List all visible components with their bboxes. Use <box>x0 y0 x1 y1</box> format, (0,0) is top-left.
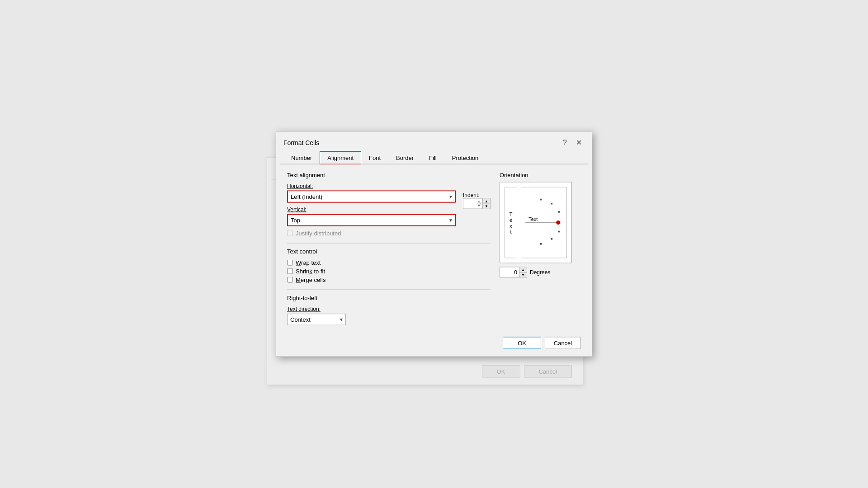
text-alignment-label: Text alignment <box>287 172 491 178</box>
bg-ok-button: OK <box>482 366 520 378</box>
rtl-label: Right-to-left <box>287 295 491 301</box>
svg-rect-3 <box>540 243 542 245</box>
shrink-fit-checkbox[interactable] <box>287 268 293 274</box>
wrap-text-row: Wrap text <box>287 259 491 266</box>
dialog-body: Text alignment Horizontal: Left (Indent)… <box>276 164 592 333</box>
justify-distributed-row: Justify distributed <box>287 230 456 237</box>
text-control-section: Text control Wrap text Shrink to fit Mer… <box>287 248 491 283</box>
title-bar: Format Cells ? ✕ <box>276 132 592 147</box>
svg-rect-0 <box>540 199 542 201</box>
tab-font[interactable]: Font <box>361 151 388 164</box>
horizontal-select-wrapper: Left (Indent) General Center Right (Inde… <box>287 191 456 203</box>
tab-fill[interactable]: Fill <box>421 151 444 164</box>
direction-select-wrapper: Context Left-to-Right Right-to-Left ▼ <box>287 314 346 325</box>
justify-distributed-checkbox <box>287 230 293 236</box>
orientation-dial[interactable]: Text <box>521 187 567 258</box>
indent-down-button[interactable]: ▼ <box>483 204 490 209</box>
indent-control: Indent: ▲ ▼ <box>463 183 491 237</box>
vertical-label: Vertical: <box>287 206 456 213</box>
merge-cells-checkbox[interactable] <box>287 277 293 283</box>
horizontal-label: Horizontal: <box>287 183 456 189</box>
justify-distributed-label: Justify distributed <box>296 230 341 237</box>
ok-button[interactable]: OK <box>503 337 541 349</box>
cancel-button[interactable]: Cancel <box>545 337 581 349</box>
right-panel: Orientation T e x t <box>500 172 581 325</box>
merge-cells-label[interactable]: Merge cells <box>296 277 326 283</box>
dialog-footer: OK Cancel <box>276 333 592 357</box>
svg-rect-1 <box>551 203 552 205</box>
direction-select[interactable]: Context Left-to-Right Right-to-Left <box>288 314 345 325</box>
tab-alignment[interactable]: Alignment <box>320 151 361 164</box>
shrink-fit-label[interactable]: Shrink to fit <box>296 268 325 275</box>
rtl-section: Right-to-left Text direction: Context Le… <box>287 295 491 325</box>
wrap-text-label[interactable]: Wrap text <box>296 259 321 266</box>
indent-input[interactable] <box>463 199 482 208</box>
vertical-select-wrapper: Top Center Bottom Justify Distributed ▼ <box>287 214 456 226</box>
title-actions: ? ✕ <box>560 138 585 147</box>
svg-point-7 <box>556 221 560 225</box>
svg-text:Text: Text <box>528 216 538 222</box>
merge-cells-row: Merge cells <box>287 277 491 283</box>
bg-cancel-button: Cancel <box>524 366 572 378</box>
degrees-input[interactable] <box>500 268 519 277</box>
horizontal-select[interactable]: Left (Indent) General Center Right (Inde… <box>288 192 455 202</box>
indent-spinner-buttons: ▲ ▼ <box>482 199 490 209</box>
tabs-row: Number Alignment Font Border Fill Protec… <box>280 147 588 164</box>
vertical-text-display[interactable]: T e x t <box>505 187 517 258</box>
orientation-box: T e x t <box>500 182 572 263</box>
indent-label: Indent: <box>463 192 491 198</box>
indent-spinner: ▲ ▼ <box>463 198 491 209</box>
degrees-label: Degrees <box>530 269 550 276</box>
tab-number[interactable]: Number <box>283 151 320 164</box>
tab-border[interactable]: Border <box>388 151 421 164</box>
svg-rect-5 <box>558 231 560 233</box>
close-button[interactable]: ✕ <box>573 138 585 147</box>
wrap-text-checkbox[interactable] <box>287 260 293 266</box>
left-panel: Text alignment Horizontal: Left (Indent)… <box>287 172 491 325</box>
degrees-up-button[interactable]: ▲ <box>519 267 527 272</box>
degrees-spinner-buttons: ▲ ▼ <box>519 267 527 277</box>
degrees-spinner: ▲ ▼ <box>500 267 527 278</box>
degrees-down-button[interactable]: ▼ <box>519 272 527 277</box>
alignment-controls: Horizontal: Left (Indent) General Center… <box>287 183 456 237</box>
vertical-select[interactable]: Top Center Bottom Justify Distributed <box>288 215 455 225</box>
text-direction-label: Text direction: <box>287 306 491 312</box>
svg-rect-4 <box>551 238 552 240</box>
format-cells-dialog: Format Cells ? ✕ Number Alignment Font B… <box>276 131 592 357</box>
indent-up-button[interactable]: ▲ <box>483 199 490 204</box>
divider-1 <box>287 243 491 244</box>
help-button[interactable]: ? <box>560 138 570 147</box>
svg-rect-2 <box>558 211 560 213</box>
tab-protection[interactable]: Protection <box>444 151 486 164</box>
degrees-row: ▲ ▼ Degrees <box>500 267 581 278</box>
divider-2 <box>287 290 491 290</box>
dial-svg: Text <box>521 188 566 258</box>
dialog-title: Format Cells <box>283 139 319 146</box>
orientation-label: Orientation <box>500 172 581 178</box>
shrink-fit-row: Shrink to fit <box>287 268 491 275</box>
text-control-label: Text control <box>287 248 491 255</box>
